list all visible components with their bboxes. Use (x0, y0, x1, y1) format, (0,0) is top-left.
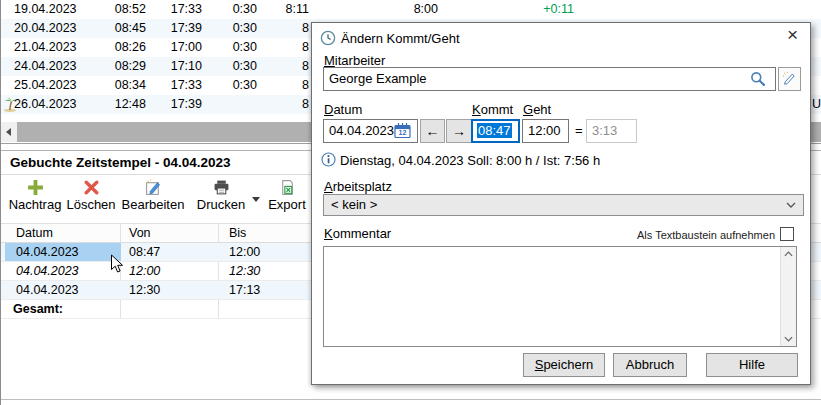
scroll-left-button[interactable] (1, 122, 17, 142)
cell-bis: 17:39 (152, 95, 202, 114)
vertical-scrollbar[interactable] (780, 247, 796, 346)
column-header-bis[interactable]: Bis (229, 224, 304, 243)
panel-title: Gebuchte Zeitstempel - 04.04.2023 (10, 155, 231, 170)
datum-label: Datum (324, 102, 362, 117)
cell-von: 12:30 (129, 281, 204, 300)
column-header-von[interactable]: Von (129, 224, 204, 243)
chevron-down-icon (786, 202, 796, 208)
cell-pause: 0:30 (207, 38, 257, 57)
window-left-border (0, 0, 1, 405)
drucken-button[interactable]: Drucken (186, 179, 256, 219)
kommt-label: Kommt (472, 102, 513, 117)
cell-bis: 17:33 (152, 76, 202, 95)
chevron-down-icon[interactable] (784, 336, 793, 342)
cell-von: 08:52 (96, 0, 146, 19)
cell-clipped-text: U (812, 95, 821, 114)
info-icon (321, 152, 336, 167)
cell-date: 20.04.2023 (14, 19, 84, 38)
cell-date: 24.04.2023 (14, 57, 84, 76)
kommt-input[interactable]: 08:47 (471, 119, 520, 143)
svg-text:12: 12 (399, 129, 407, 136)
cell-von: 08:45 (96, 19, 146, 38)
cell-ist: 8:11 (259, 0, 309, 19)
bearbeiten-button[interactable]: Bearbeiten (118, 179, 188, 219)
toolbar-label: Bearbeiten (118, 198, 188, 212)
cell-von: 12:00 (129, 262, 204, 281)
equals-sign: = (575, 123, 583, 138)
cell-von: 08:26 (96, 38, 146, 57)
mitarbeiter-edit-button[interactable] (778, 67, 801, 91)
dauer-output: 3:13 (586, 119, 637, 143)
mouse-cursor-icon (110, 254, 124, 274)
loeschen-button[interactable]: Löschen (56, 179, 126, 219)
cell-bis: 17:00 (152, 38, 202, 57)
cell-ist: 8 (259, 57, 309, 76)
window-bottom-border (0, 399, 821, 400)
cell-pause: 0:30 (207, 76, 257, 95)
cell-von: 12:48 (96, 95, 146, 114)
cell-date: 19.04.2023 (14, 0, 84, 19)
abbruch-button[interactable]: Abbruch (613, 353, 687, 377)
column-header-datum[interactable]: Datum (16, 224, 116, 243)
hilfe-button[interactable]: Hilfe (706, 353, 798, 377)
selected-text: 08:47 (477, 123, 512, 138)
arbeitsplatz-select[interactable]: < kein > (323, 194, 804, 216)
kommentar-label: Kommentar (324, 226, 391, 241)
edit-note-icon (145, 179, 162, 196)
textbaustein-checkbox[interactable] (780, 227, 794, 241)
cell-bis: 12:00 (229, 243, 304, 262)
cell-ist: 8 (259, 38, 309, 57)
cell-pause: 0:30 (207, 19, 257, 38)
footer-label: Gesamt: (13, 300, 113, 319)
excel-export-icon (279, 179, 296, 196)
prev-day-button[interactable]: ← (420, 119, 445, 143)
cell-von: 08:29 (96, 57, 146, 76)
selected-option: < kein > (331, 197, 377, 212)
kommentar-textarea[interactable] (323, 246, 797, 347)
toolbar-label: Löschen (56, 198, 126, 212)
left-arrow-icon: ← (426, 123, 440, 139)
cell-pause: 0:30 (207, 0, 257, 19)
table-row[interactable]: 19.04.2023 08:52 17:33 0:30 8:11 8:00 +0… (1, 0, 821, 19)
cell-saldo: +0:11 (514, 0, 574, 19)
scroll-left-arrow-icon (6, 128, 11, 136)
cell-ist: 8 (259, 95, 309, 114)
chevron-up-icon[interactable] (784, 251, 793, 257)
clock-icon (320, 30, 336, 46)
cell-ist: 8 (259, 19, 309, 38)
toolbar-label: Drucken (186, 198, 256, 212)
cell-von: 08:34 (96, 76, 146, 95)
cell-bis: 17:39 (152, 19, 202, 38)
cell-von: 08:47 (129, 243, 204, 262)
cell-bis: 17:33 (152, 0, 202, 19)
cell-pause (207, 95, 257, 114)
aendern-kommt-geht-dialog: Ändern Kommt/Geht × Mitarbeiter George E… (311, 22, 811, 385)
mitarbeiter-input[interactable]: George Example (323, 67, 776, 91)
mitarbeiter-label: Mitarbeiter (324, 53, 385, 68)
cell-date: 21.04.2023 (14, 38, 84, 57)
cell-date: 25.04.2023 (14, 76, 84, 95)
next-day-button[interactable]: → (446, 119, 472, 143)
cell-datum: 04.04.2023 (16, 281, 116, 300)
close-icon[interactable]: × (787, 25, 798, 44)
textbaustein-label: Als Textbaustein aufnehmen (637, 229, 775, 241)
cell-pause: 0:30 (207, 57, 257, 76)
cell-bis: 12:30 (229, 262, 304, 281)
plus-icon (27, 179, 44, 196)
arbeitsplatz-label: Arbeitsplatz (324, 179, 392, 194)
magnifier-icon[interactable] (750, 71, 766, 87)
day-info-text: Dienstag, 04.04.2023 Soll: 8:00 h / Ist:… (340, 153, 600, 168)
printer-icon (213, 179, 230, 196)
app-window: 19.04.2023 08:52 17:33 0:30 8:11 8:00 +0… (0, 0, 821, 405)
dialog-title: Ändern Kommt/Geht (341, 31, 460, 46)
right-arrow-icon: → (452, 123, 466, 139)
cell-ist: 8 (259, 76, 309, 95)
cell-datum: 04.04.2023 (16, 262, 116, 281)
cell-soll: 8:00 (388, 0, 438, 19)
edit-pencil-icon (782, 71, 797, 86)
cell-bis: 17:13 (229, 281, 304, 300)
geht-input[interactable]: 12:00 (522, 119, 569, 143)
cell-bis: 17:10 (152, 57, 202, 76)
calendar-icon[interactable]: 12 (394, 122, 411, 139)
speichern-button[interactable]: Speichern (523, 353, 605, 377)
